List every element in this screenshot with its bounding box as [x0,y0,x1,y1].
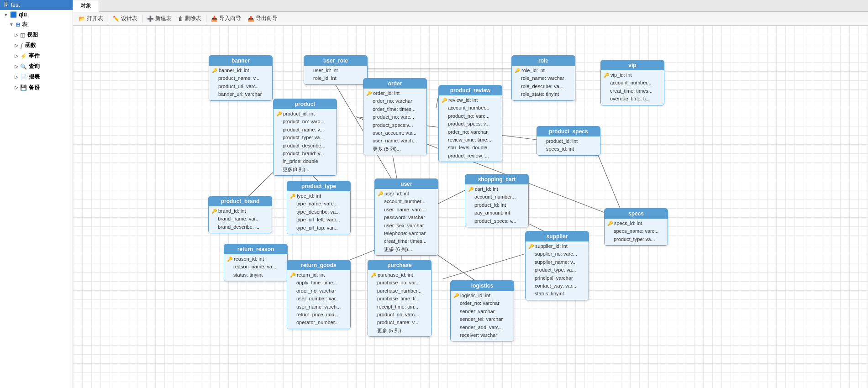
open-table-icon: 📂 [79,16,85,22]
field-name-user-1: account_number... [384,198,426,205]
er-table-shopping_cart[interactable]: shopping_cart🔑cart_id: intaccount_number… [465,174,529,227]
er-table-product_brand[interactable]: product_brand🔑brand_id: intbrand_name: v… [208,196,272,233]
er-field-product_review-0: 🔑review_id: int [442,96,499,104]
delete-table-label: 删除表 [185,15,201,22]
svg-line-7 [393,156,397,181]
field-name-logistics-1: order_no: varchar [460,300,500,307]
er-table-body-banner: 🔑banner_id: intproduct_name: v...product… [209,66,272,100]
er-table-product_review[interactable]: product_review🔑review_id: intaccount_num… [438,85,502,162]
schema-item[interactable]: ▼ 🟦 qiu [0,10,73,19]
er-table-body-user_role: user_id: introle_id: int [304,66,367,84]
field-name-product-4: product_describe... [283,142,326,149]
er-field-product_review-5: review_time: time... [442,136,499,144]
open-table-button[interactable]: 📂 打开表 [76,14,106,23]
er-table-user[interactable]: user🔑user_id: intaccount_number...user_n… [374,178,438,256]
expand-tables-icon: ▼ [9,22,14,27]
svg-line-8 [438,190,466,204]
export-wizard-icon: 📤 [247,16,254,22]
er-field-order-5: user_account: var... [366,129,424,137]
field-name-product_type-0: type_id: int [297,193,321,199]
er-field-user-7: 更多 (6 列)... [378,246,435,253]
er-table-purchase[interactable]: purchase🔑purchase_id: intpurchase_no: va… [368,260,431,337]
er-field-vip-1: account_number... [604,79,661,87]
expand-views-icon: ▷ [15,32,18,37]
er-table-header-vip: vip [601,60,664,70]
sidebar: 🗄 test ▼ 🟦 qiu ▼ ⊞ 表 ▷ ◫ 视图 ▷ ƒ 函数 ▷ ⚡ 事… [0,0,73,388]
db-icon: 🗄 [4,2,9,8]
pk-icon: 🔑 [442,97,447,104]
er-table-header-product_review: product_review [439,85,502,95]
sidebar-events[interactable]: ▷ ⚡ 事件 [11,51,73,61]
pk-icon: 🔑 [378,191,383,197]
connector-svg [73,26,804,388]
er-table-vip[interactable]: vip🔑vip_id: intaccount_number...creat_ti… [600,60,664,105]
field-name-logistics-4: sender_add: varc... [460,324,503,331]
er-canvas[interactable]: banner🔑banner_id: intproduct_name: v...p… [73,26,868,388]
er-table-header-shopping_cart: shopping_cart [465,174,528,184]
field-name-user_role-0: user_id: int [313,67,338,74]
field-name-return_reason-1: reason_name: va... [233,263,276,270]
design-table-button[interactable]: ✏️ 设计表 [110,14,140,23]
delete-table-button[interactable]: 🗑 删除表 [175,14,204,23]
er-table-product_specs[interactable]: product_specsproduct_id: intspecs_id: in… [537,126,600,156]
er-field-shopping_cart-4: product_specs: v... [468,217,526,225]
field-name-user_role-1: role_id: int [313,75,337,82]
sidebar-tables[interactable]: ▼ ⊞ 表 [5,19,73,30]
pk-icon: 🔑 [290,272,295,278]
field-name-supplier-6: status: tinyint [535,290,564,297]
er-field-return_goods-1: apply_time: time... [290,279,347,287]
er-table-return_goods[interactable]: return_goods🔑return_id: intapply_time: t… [287,260,351,329]
er-field-user-1: account_number... [378,198,435,205]
er-table-product_type[interactable]: product_type🔑type_id: inttype_name: varc… [287,181,351,234]
er-field-return_goods-3: user_number: var... [290,295,347,303]
tab-objects[interactable]: 对象 [73,0,99,12]
pk-icon: 🔑 [211,208,217,215]
er-table-order[interactable]: order🔑order_id: intorder_no: varcharorde… [363,78,427,155]
field-name-logistics-3: sender_tel: varchar [460,316,503,323]
er-field-product_review-3: product_specs: v... [442,120,499,128]
field-name-return_goods-2: order_no: varchar [296,288,336,294]
tables-label: 表 [22,21,27,28]
sidebar-funcs[interactable]: ▷ ƒ 函数 [11,40,73,51]
sidebar-reports[interactable]: ▷ 📄 报表 [11,72,73,82]
field-name-purchase-3: purchase_time: ti... [377,295,420,302]
er-table-return_reason[interactable]: return_reason🔑reason_id: intreason_name:… [224,244,288,281]
pk-icon: 🔑 [371,272,376,278]
er-table-body-product_type: 🔑type_id: inttype_name: varc...type_desc… [287,191,350,234]
schema-icon: 🟦 [10,11,17,18]
field-name-order-1: order_no: varchar [373,98,412,105]
er-table-body-order: 🔑order_id: intorder_no: varcharorder_tim… [363,89,426,155]
er-table-specs[interactable]: specs🔑specs_id: intspecs_name: varc...pr… [604,208,668,246]
sidebar-queries[interactable]: ▷ 🔍 查询 [11,61,73,72]
pk-icon: 🔑 [227,256,232,262]
field-name-product_review-1: account_number... [448,105,489,111]
export-wizard-button[interactable]: 📤 导出向导 [245,14,280,23]
field-name-user-6: creat_time: times... [384,238,426,245]
er-table-role[interactable]: role🔑role_id: introle_name: varcharrole_… [511,55,575,101]
sidebar-views[interactable]: ▷ ◫ 视图 [11,30,73,40]
field-name-specs-0: specs_id: int [614,220,642,227]
er-field-product_brand-2: brand_describe: ... [211,223,269,231]
er-field-supplier-6: status: tinyint [528,290,586,298]
er-table-logistics[interactable]: logistics🔑logistic_id: intorder_no: varc… [450,280,514,341]
sidebar-backups[interactable]: ▷ 💾 备份 [11,82,73,93]
er-field-product_type-2: type_describe: va... [290,208,347,216]
pk-icon: 🔑 [453,293,459,299]
er-field-purchase-6: product_name: v... [371,319,428,326]
er-field-banner-1: product_name: v... [212,74,269,82]
er-table-banner[interactable]: banner🔑banner_id: intproduct_name: v...p… [209,55,273,101]
field-name-user-5: telephone: varchar [384,230,426,237]
er-table-supplier[interactable]: supplier🔑supplier_id: intsupplier_no: va… [525,231,589,300]
er-table-body-product_brand: 🔑brand_id: intbrand_name: var...brand_de… [209,206,272,233]
main-area: 对象 📂 打开表 ✏️ 设计表 ➕ 新建表 🗑 删除表 📥 导入向导 📤 导出 [73,0,868,388]
er-table-product[interactable]: product🔑product_id: intproduct_no: varc.… [273,99,337,176]
new-table-button[interactable]: ➕ 新建表 [144,14,174,23]
field-name-purchase-1: purchase_no: var... [377,279,420,286]
er-table-user_role[interactable]: user_roleuser_id: introle_id: int [304,55,368,85]
field-name-return_goods-1: apply_time: time... [296,279,337,286]
field-name-purchase-6: product_name: v... [377,319,418,326]
import-wizard-button[interactable]: 📥 导入向导 [208,14,244,23]
field-name-purchase-2: purchase_number... [377,288,421,294]
er-field-order-3: product_no: varc... [366,113,424,121]
backups-label: 备份 [29,84,40,91]
